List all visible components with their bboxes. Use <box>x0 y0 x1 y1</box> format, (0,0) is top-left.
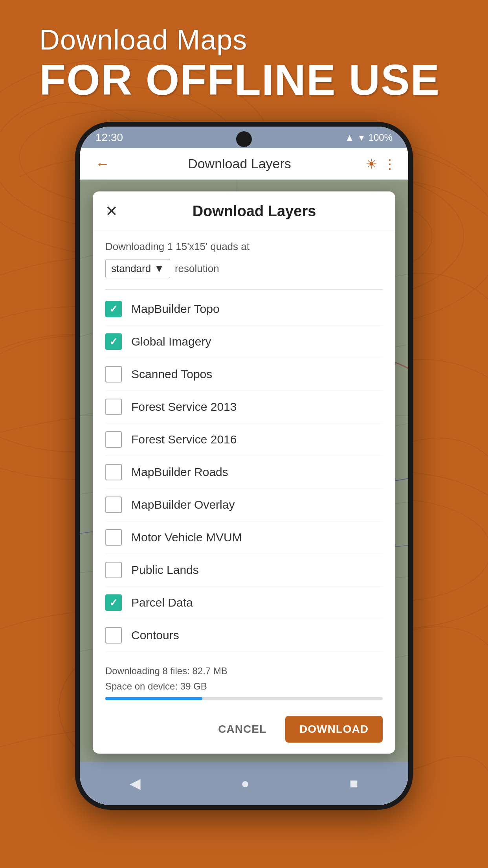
phone-screen: 12:30 ▲ ▾ 100% ← Download Layers ☀ ⋮ <box>80 127 408 805</box>
layer-item[interactable]: Forest Service 2013 <box>105 391 383 423</box>
layer-checkbox-3[interactable] <box>105 399 122 415</box>
nav-back-icon[interactable]: ◀ <box>130 775 141 792</box>
layer-item[interactable]: Cell Coverage <box>105 652 383 657</box>
layer-checkbox-4[interactable] <box>105 431 122 448</box>
back-button[interactable]: ← <box>92 152 114 176</box>
layer-name-1: Global Imagery <box>131 335 211 348</box>
app-bar-actions: ☀ ⋮ <box>365 156 396 172</box>
layer-item[interactable]: Parcel Data <box>105 587 383 619</box>
dialog-body: Downloading 1 15'x15' quads at standard … <box>93 231 395 657</box>
progress-bar-fill <box>105 697 202 700</box>
layer-name-4: Forest Service 2016 <box>131 433 237 446</box>
dialog-actions: CANCEL DOWNLOAD <box>93 710 395 754</box>
resolution-label: resolution <box>175 263 219 275</box>
layer-checkbox-2[interactable] <box>105 366 122 383</box>
progress-bar-container <box>105 697 383 700</box>
nav-recent-icon[interactable]: ■ <box>350 775 358 792</box>
layer-name-7: Motor Vehicle MVUM <box>131 531 242 544</box>
layer-name-8: Public Lands <box>131 563 199 577</box>
download-info-text: Downloading 1 15'x15' quads at <box>105 241 383 253</box>
layer-item[interactable]: Scanned Topos <box>105 358 383 391</box>
dropdown-arrow-icon: ▼ <box>154 263 164 275</box>
layer-item[interactable]: Global Imagery <box>105 326 383 358</box>
layer-name-3: Forest Service 2013 <box>131 400 237 414</box>
layer-name-2: Scanned Topos <box>131 368 212 381</box>
layer-name-10: Contours <box>131 629 179 642</box>
space-info: Space on device: 39 GB <box>105 679 383 694</box>
phone-frame: 12:30 ▲ ▾ 100% ← Download Layers ☀ ⋮ <box>75 122 413 810</box>
resolution-value: standard <box>111 263 151 275</box>
layer-checkbox-9[interactable] <box>105 594 122 611</box>
files-info: Downloading 8 files: 82.7 MB <box>105 664 383 679</box>
layer-checkbox-0[interactable] <box>105 301 122 317</box>
hero-title: FOR OFFLINE USE <box>39 56 449 103</box>
layer-name-0: MapBuilder Topo <box>131 302 220 316</box>
hero-subtitle: Download Maps <box>39 24 449 56</box>
layer-name-5: MapBuilder Roads <box>131 465 228 479</box>
status-time: 12:30 <box>95 131 123 144</box>
layer-item[interactable]: Contours <box>105 619 383 652</box>
layer-item[interactable]: MapBuilder Roads <box>105 456 383 489</box>
dialog-footer-info: Downloading 8 files: 82.7 MB Space on de… <box>93 657 395 710</box>
signal-icon: ▲ <box>345 132 354 143</box>
app-bar: ← Download Layers ☀ ⋮ <box>80 148 408 180</box>
layer-checkbox-5[interactable] <box>105 464 122 480</box>
layer-name-6: MapBuilder Overlay <box>131 498 235 511</box>
dialog-overlay: ✕ Download Layers Downloading 1 15'x15' … <box>80 180 408 762</box>
resolution-select[interactable]: standard ▼ <box>105 259 170 278</box>
layer-item[interactable]: Public Lands <box>105 554 383 587</box>
layer-checkbox-10[interactable] <box>105 627 122 644</box>
download-layers-dialog: ✕ Download Layers Downloading 1 15'x15' … <box>93 191 395 754</box>
cancel-button[interactable]: CANCEL <box>207 716 277 743</box>
upload-icon[interactable]: ☀ <box>365 156 377 172</box>
dialog-header: ✕ Download Layers <box>93 191 395 231</box>
layer-name-9: Parcel Data <box>131 596 193 609</box>
wifi-icon: ▾ <box>359 132 364 143</box>
layer-item[interactable]: Forest Service 2016 <box>105 423 383 456</box>
layer-item[interactable]: MapBuilder Topo <box>105 293 383 326</box>
status-icons: ▲ ▾ 100% <box>345 132 393 143</box>
bottom-nav: ◀ ● ■ <box>80 762 408 805</box>
layer-checkbox-6[interactable] <box>105 497 122 513</box>
hero-section: Download Maps FOR OFFLINE USE <box>39 24 449 103</box>
layer-checkbox-7[interactable] <box>105 529 122 546</box>
layer-item[interactable]: Motor Vehicle MVUM <box>105 521 383 554</box>
more-options-icon[interactable]: ⋮ <box>383 156 396 172</box>
app-bar-title: Download Layers <box>121 156 358 171</box>
dialog-close-button[interactable]: ✕ <box>105 202 118 220</box>
download-button[interactable]: DOWNLOAD <box>285 716 383 743</box>
layer-checkbox-8[interactable] <box>105 562 122 578</box>
layer-checkbox-1[interactable] <box>105 333 122 350</box>
battery-icon: 100% <box>369 132 393 143</box>
nav-home-icon[interactable]: ● <box>241 775 250 792</box>
layer-list: MapBuilder TopoGlobal ImageryScanned Top… <box>105 293 383 657</box>
camera-notch <box>236 131 252 147</box>
divider <box>105 289 383 290</box>
dialog-title: Download Layers <box>126 203 383 220</box>
resolution-row: standard ▼ resolution <box>105 259 383 278</box>
layer-item[interactable]: MapBuilder Overlay <box>105 489 383 521</box>
